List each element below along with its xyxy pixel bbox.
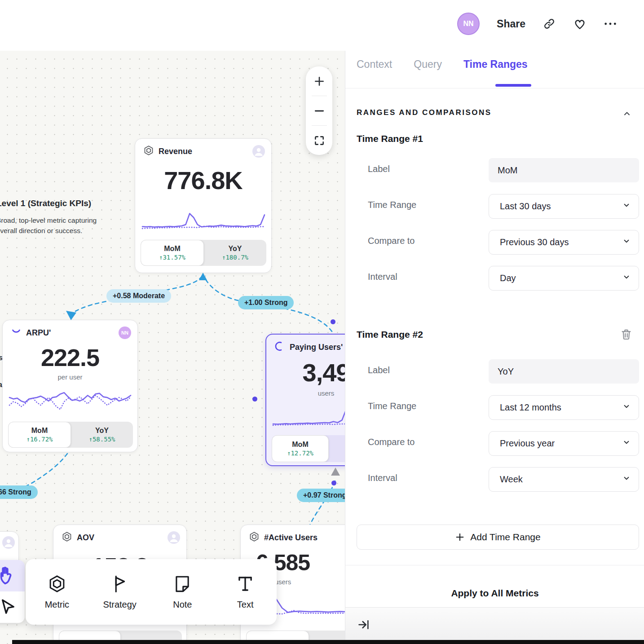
metric-hexagon-icon — [62, 531, 72, 544]
metric-unit: users — [266, 389, 345, 397]
favorite-heart-icon[interactable] — [573, 17, 587, 31]
text-tool[interactable]: Text — [214, 559, 277, 625]
divider — [345, 565, 644, 565]
section-header[interactable]: RANGES AND COMPARISONS — [357, 108, 492, 117]
correlation-badge[interactable]: +1.00 Strong — [238, 296, 294, 309]
time-range-select[interactable]: Last 12 months — [489, 395, 639, 420]
user-avatar[interactable]: NN — [457, 13, 480, 35]
chevron-down-icon — [622, 201, 631, 212]
collapse-section-icon[interactable] — [622, 109, 631, 120]
tool-label: Strategy — [103, 600, 136, 610]
metric-card-paying-users[interactable]: Paying Users' 3,49 users MoM ↑12.72% — [265, 334, 345, 466]
collapse-panel-icon[interactable] — [357, 618, 370, 633]
share-button[interactable]: Share — [497, 18, 525, 30]
field-label: Label — [368, 164, 390, 174]
sparkline-chart — [9, 388, 132, 417]
cursor-tool-panel — [0, 560, 25, 623]
interval-select[interactable]: Day — [489, 266, 639, 291]
field-label: Label — [368, 365, 390, 375]
tab-query[interactable]: Query — [414, 58, 442, 75]
tab-context[interactable]: Context — [357, 58, 392, 75]
hand-tool[interactable] — [0, 560, 25, 591]
tool-label: Text — [237, 600, 254, 610]
field-label: Time Range — [368, 401, 416, 411]
field-label: Interval — [368, 272, 397, 282]
metric-value: 776.8K — [135, 166, 271, 195]
canvas-toolbar: Metric Strategy Note Text — [26, 559, 277, 625]
metric-arc-icon — [11, 326, 22, 339]
top-bar: NN Share — [0, 0, 644, 51]
more-options-icon[interactable] — [604, 17, 617, 31]
field-label: Compare to — [368, 236, 415, 246]
panel-tabs: Context Query Time Ranges — [357, 58, 528, 75]
metric-value: 222.5 — [3, 344, 137, 371]
owner-avatar-icon — [168, 531, 180, 544]
interval-select[interactable]: Week — [489, 467, 639, 492]
toggle-mom[interactable]: MoM ↑31.57% — [141, 240, 204, 266]
time-range-toggle[interactable]: MoM ↑12.72% — [272, 435, 345, 462]
toggle-yoy[interactable]: YoY ↑180.7% — [204, 240, 266, 266]
chevron-down-icon — [622, 402, 631, 413]
chevron-down-icon — [622, 438, 631, 449]
card-title: Revenue — [159, 147, 192, 156]
zoom-out-button[interactable] — [306, 96, 332, 125]
metric-card-arpu[interactable]: ARPU' NN 222.5 per user MoM ↑16.72% YoY … — [2, 320, 138, 452]
screen-edge-bar — [12, 640, 644, 644]
delete-time-range-icon[interactable] — [620, 328, 632, 342]
collaborator-badge: NN — [119, 326, 131, 339]
note-tool[interactable]: Note — [151, 559, 214, 625]
settings-panel: Context Query Time Ranges RANGES AND COM… — [345, 51, 644, 644]
strategy-tool[interactable]: Strategy — [88, 559, 151, 625]
toggle-yoy[interactable] — [329, 435, 345, 462]
field-label: Time Range — [368, 200, 416, 210]
owner-avatar-icon — [252, 145, 265, 158]
label-input[interactable]: MoM — [489, 158, 639, 182]
plus-icon — [455, 532, 465, 542]
metric-card-revenue[interactable]: Revenue 776.8K MoM ↑31.57% YoY ↑180.7% — [135, 138, 272, 273]
field-label: Compare to — [368, 437, 415, 447]
connector-handle-dot[interactable] — [252, 397, 257, 401]
chevron-down-icon — [622, 273, 631, 283]
metric-arc-icon — [274, 341, 285, 353]
copy-link-icon[interactable] — [543, 17, 556, 31]
fit-view-button[interactable] — [306, 126, 332, 155]
zoom-controls — [306, 66, 332, 155]
correlation-badge[interactable]: 66 Strong — [0, 485, 38, 499]
toggle-yoy[interactable]: YoY ↑58.55% — [71, 422, 133, 448]
metric-tool[interactable]: Metric — [26, 559, 88, 625]
zoom-in-button[interactable] — [306, 66, 332, 96]
time-range-1-title: Time Range #1 — [357, 133, 423, 144]
chevron-down-icon — [622, 474, 631, 485]
owner-avatar-icon — [2, 536, 15, 549]
add-time-range-button[interactable]: Add Time Range — [357, 525, 639, 550]
label-input[interactable]: YoY — [489, 359, 639, 384]
toggle-mom[interactable]: MoM ↑12.72% — [272, 435, 329, 462]
metric-tree-canvas[interactable]: Level 1 (Strategic KPIs) Broad, top-leve… — [0, 51, 345, 644]
metric-unit: per user — [3, 373, 137, 381]
correlation-badge[interactable]: +0.97 Strong — [297, 489, 345, 502]
time-range-toggle[interactable]: MoM ↑16.72% YoY ↑58.55% — [8, 422, 133, 448]
card-title: #Active Users — [264, 533, 318, 543]
compare-to-select[interactable]: Previous 30 days — [489, 230, 639, 255]
chevron-down-icon — [622, 237, 631, 247]
tab-time-ranges[interactable]: Time Ranges — [463, 58, 528, 75]
metric-hexagon-icon — [249, 531, 260, 544]
sparkline-chart — [272, 403, 345, 431]
active-tab-indicator — [495, 84, 531, 87]
connector-handle-dot[interactable] — [331, 481, 336, 485]
toggle-mom[interactable]: MoM ↑16.72% — [8, 422, 71, 448]
card-title: AOV — [77, 533, 94, 543]
time-range-2-title: Time Range #2 — [357, 329, 423, 340]
field-label: Interval — [368, 473, 397, 483]
metric-value: 3,49 — [266, 358, 345, 387]
divider — [345, 88, 644, 88]
sparkline-chart — [141, 206, 265, 234]
apply-all-metrics-button[interactable]: Apply to All Metrics — [345, 588, 644, 599]
time-range-select[interactable]: Last 30 days — [489, 194, 639, 219]
card-title: Paying Users' — [290, 343, 343, 352]
correlation-badge[interactable]: +0.58 Moderate — [106, 289, 171, 303]
select-cursor-tool[interactable] — [0, 591, 25, 623]
connector-handle-dot[interactable] — [331, 319, 335, 324]
time-range-toggle[interactable]: MoM ↑31.57% YoY ↑180.7% — [141, 240, 266, 266]
compare-to-select[interactable]: Previous year — [489, 431, 639, 456]
